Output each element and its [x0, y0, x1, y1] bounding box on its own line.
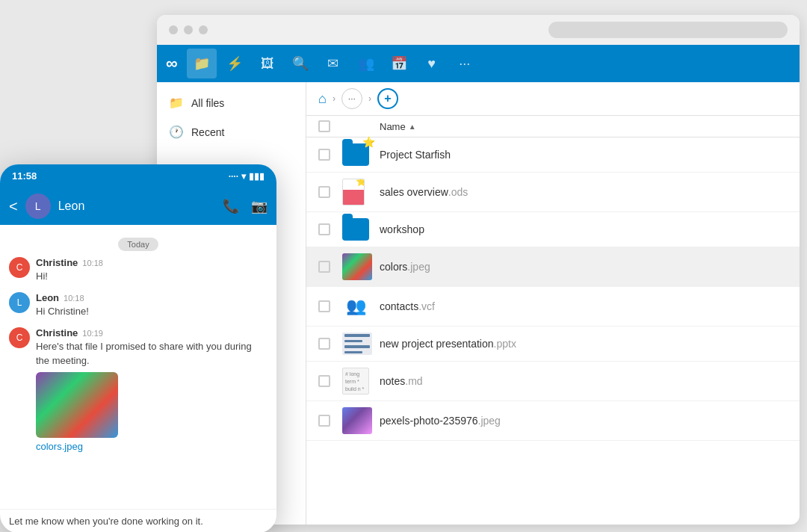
phone-chatbody: Today C Christine 10:18 Hi! L Leon 10:18… — [0, 225, 276, 509]
sort-arrow: ▲ — [409, 123, 416, 131]
video-call-button[interactable]: 📷 — [251, 198, 268, 214]
file-thumb-5: 👥 — [342, 293, 380, 320]
message-avatar-2: L — [9, 292, 30, 313]
file-thumb-1 — [342, 143, 380, 166]
file-checkbox-3[interactable] — [318, 223, 342, 235]
select-all-checkbox[interactable] — [318, 120, 330, 132]
file-row-colors-jpeg[interactable]: colors .jpeg — [306, 247, 800, 287]
message-author-1: Christine — [36, 257, 78, 268]
nav-contacts-icon[interactable]: 👥 — [351, 49, 381, 78]
message-meta-3: Christine 10:19 — [36, 327, 268, 338]
message-row-2: L Leon 10:18 Hi Christine! — [9, 292, 268, 318]
column-name-header[interactable]: Name ▲ — [380, 121, 788, 132]
filelist-header: ⌂ › ··· › + — [306, 82, 800, 116]
message-meta-1: Christine 10:18 — [36, 257, 268, 268]
message-meta-2: Leon 10:18 — [36, 292, 268, 303]
file-checkbox-8[interactable] — [318, 415, 342, 427]
message-content-3: Christine 10:19 Here's that file I promi… — [36, 327, 268, 451]
signal-icon: ···· — [229, 171, 238, 182]
clock-icon: 🕐 — [169, 125, 184, 139]
file-checkbox-6[interactable] — [318, 338, 342, 350]
nav-files-icon[interactable]: 📁 — [187, 49, 217, 78]
phone-status-icons: ···· ▾ ▮▮▮ — [229, 171, 265, 182]
sidebar-item-all-files[interactable]: 📁 All files — [157, 88, 306, 117]
photo-thumbnail — [342, 407, 372, 434]
contacts-icon: 👥 — [342, 293, 369, 320]
message-content-2: Leon 10:18 Hi Christine! — [36, 292, 268, 318]
message-image-3 — [36, 372, 118, 438]
wifi-icon: ▾ — [241, 171, 246, 182]
phone-container: 11:58 ···· ▾ ▮▮▮ < L Leon 📞 📷 Today C C — [0, 164, 276, 532]
back-button[interactable]: < — [9, 198, 18, 215]
call-button[interactable]: 📞 — [223, 198, 239, 214]
phone-bottom-message: Let me know when you're done working on … — [0, 509, 276, 532]
markdown-thumbnail: # long term * build n * develop — [342, 368, 369, 395]
file-name-project-starfish: Project Starfish — [380, 149, 788, 161]
nav-search-icon[interactable]: 🔍 — [285, 49, 315, 78]
browser-addressbar[interactable] — [548, 22, 788, 38]
file-row-sales-overview[interactable]: ⭐ sales overview .ods — [306, 173, 800, 212]
file-checkbox-5[interactable] — [318, 300, 342, 312]
message-text-2: Hi Christine! — [36, 305, 268, 318]
folder-icon-small: 📁 — [169, 96, 184, 110]
file-thumb-8 — [342, 407, 380, 434]
nav-favorites-icon[interactable]: ♥ — [417, 49, 447, 78]
message-time-1: 10:18 — [82, 259, 103, 267]
file-row-contacts-vcf[interactable]: 👥 contacts .vcf — [306, 287, 800, 327]
spreadsheet-icon: ⭐ — [342, 179, 365, 205]
nav-mail-icon[interactable]: ✉ — [318, 49, 348, 78]
breadcrumb-more-button[interactable]: ··· — [341, 88, 362, 109]
file-row-new-project-pptx[interactable]: new project presentation .pptx — [306, 327, 800, 362]
message-image-link-3[interactable]: colors.jpeg — [36, 441, 268, 452]
file-name-notes-md: notes .md — [380, 375, 788, 387]
file-thumb-3 — [342, 218, 380, 241]
date-badge: Today — [118, 238, 158, 251]
file-thumb-7: # long term * build n * develop — [342, 368, 380, 395]
message-row-1: C Christine 10:18 Hi! — [9, 257, 268, 283]
phone-chatheader: < L Leon 📞 📷 — [0, 188, 276, 225]
file-name-sales-overview: sales overview .ods — [380, 186, 788, 198]
file-name-colors-jpeg: colors .jpeg — [380, 261, 788, 273]
sidebar-item-recent-label: Recent — [191, 126, 224, 138]
nc-logo: ∞ — [166, 54, 178, 73]
file-thumb-2: ⭐ — [342, 179, 380, 205]
file-name-workshop: workshop — [380, 223, 788, 235]
file-name-contacts-vcf: contacts .vcf — [380, 300, 788, 312]
message-text-3: Here's that file I promised to share wit… — [36, 340, 268, 367]
file-checkbox-1[interactable] — [318, 149, 342, 161]
phone-statusbar: 11:58 ···· ▾ ▮▮▮ — [0, 164, 276, 188]
chat-contact-name: Leon — [58, 200, 215, 213]
message-author-2: Leon — [36, 292, 59, 303]
file-checkbox-4[interactable] — [318, 261, 342, 273]
file-row-project-starfish[interactable]: Project Starfish — [306, 137, 800, 173]
browser-dot-3 — [199, 25, 208, 34]
file-checkbox-2[interactable] — [318, 186, 342, 198]
file-checkbox-7[interactable] — [318, 375, 342, 387]
message-time-2: 10:18 — [64, 294, 84, 303]
file-row-notes-md[interactable]: # long term * build n * develop notes .m… — [306, 362, 800, 401]
presentation-thumbnail — [342, 332, 372, 355]
message-avatar-1: C — [9, 257, 30, 278]
folder-icon-workshop — [342, 218, 369, 241]
chat-contact-avatar: L — [25, 194, 51, 219]
file-name-pexels-photo: pexels-photo-235976 .jpeg — [380, 415, 788, 427]
nav-photos-icon[interactable]: 🖼 — [253, 49, 282, 78]
file-row-pexels-photo[interactable]: pexels-photo-235976 .jpeg — [306, 401, 800, 441]
breadcrumb-home-icon[interactable]: ⌂ — [318, 91, 327, 107]
browser-dot-1 — [169, 25, 178, 34]
battery-icon: ▮▮▮ — [249, 171, 265, 182]
nav-calendar-icon[interactable]: 📅 — [384, 49, 414, 78]
message-avatar-3: C — [9, 327, 30, 348]
breadcrumb-add-button[interactable]: + — [377, 88, 398, 109]
date-divider: Today — [9, 237, 268, 251]
file-row-workshop[interactable]: workshop — [306, 212, 800, 247]
filelist-columns: Name ▲ — [306, 116, 800, 137]
browser-chrome — [157, 15, 800, 45]
nav-more-icon[interactable]: ··· — [450, 49, 480, 78]
nav-activity-icon[interactable]: ⚡ — [220, 49, 250, 78]
file-thumb-4 — [342, 253, 380, 280]
message-time-3: 10:19 — [82, 329, 103, 338]
message-text-1: Hi! — [36, 270, 268, 283]
sidebar-item-recent[interactable]: 🕐 Recent — [157, 117, 306, 146]
nc-topnav: ∞ 📁 ⚡ 🖼 🔍 ✉ 👥 📅 ♥ ··· — [157, 45, 800, 82]
